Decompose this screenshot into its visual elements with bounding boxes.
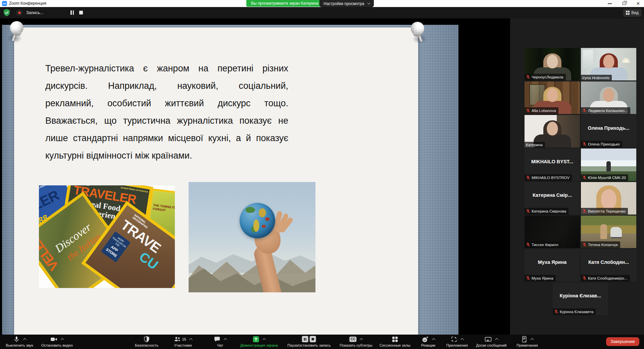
view-settings-button[interactable]: Настройки просмотра xyxy=(319,0,374,7)
chevron-up-icon[interactable] xyxy=(531,338,534,342)
stop-recording-button[interactable] xyxy=(79,11,83,14)
participant-name-label: Iryna Hrabovets xyxy=(581,75,612,80)
slide-text-line: Вважається, що туристична журналістика п… xyxy=(45,112,288,129)
participants-icon: 15 xyxy=(174,335,192,343)
presentation-slide: Тревел-журналістика є жанром на перетині… xyxy=(14,27,418,335)
participant-tile[interactable]: Тетяна Копанчук xyxy=(581,216,636,248)
participant-tile[interactable]: Курінна Єлизав...Курінна Єлизавета xyxy=(553,283,608,315)
shield-icon xyxy=(143,335,150,343)
restore-icon[interactable] xyxy=(623,2,626,5)
participant-tile[interactable]: Iryna Hrabovets xyxy=(581,48,636,80)
participant-display-name: Олена Приходь... xyxy=(581,125,636,131)
chevron-up-icon[interactable] xyxy=(23,338,27,342)
participant-name-text: Тиссен Кирилл xyxy=(532,243,558,247)
magazines-image: 48 Hours in Cape Town ELER 288 NATIONAL … xyxy=(39,185,175,288)
end-meeting-button[interactable]: Завершение xyxy=(606,337,639,346)
apps-button[interactable]: Приложения xyxy=(446,335,468,347)
participant-tile[interactable]: Катя Слободян...Катя Слободяник(ко... xyxy=(581,249,636,282)
zoom-window: zm Zoom Конференция Вы просматриваете эк… xyxy=(0,0,644,349)
window-title: Zoom Конференция xyxy=(9,1,46,6)
toolbar-item-label: Участники xyxy=(174,343,192,347)
notes-button[interactable]: Примечания xyxy=(516,335,538,347)
reactions-icon xyxy=(422,335,435,343)
participant-display-name: Катя Слободян... xyxy=(581,259,636,265)
participant-name-text: Виолетта Терещенко xyxy=(588,209,626,213)
pushpin-left-icon xyxy=(7,23,26,45)
notes-icon xyxy=(521,335,533,343)
participant-tile[interactable]: Юлія Муштій СМК-20 xyxy=(581,149,636,181)
participant-tile[interactable]: Олена Приходь...Олена Приходько xyxy=(581,115,636,148)
pause-recording-button[interactable] xyxy=(70,10,75,15)
toolbar-item-label: Чат xyxy=(217,343,223,347)
participant-tile[interactable]: Катерина xyxy=(525,115,580,148)
pause-stop-button[interactable]: Пауза/остановить запись xyxy=(288,335,331,347)
chevron-up-icon[interactable] xyxy=(224,338,227,342)
pushpin-right-icon xyxy=(408,24,427,46)
view-button[interactable]: Вид xyxy=(623,9,641,17)
toolbar-item-label: Демонстрация экрана xyxy=(240,343,278,347)
chevron-up-icon[interactable] xyxy=(461,338,464,342)
breakout-rooms-button[interactable]: Сессионные залы xyxy=(380,335,410,347)
chat-button[interactable]: Чат xyxy=(214,335,227,347)
pause-stop-icon xyxy=(302,335,316,343)
whiteboard-button[interactable]: Доски сообщений xyxy=(476,335,507,347)
participant-name-text: Alla Lobanova xyxy=(532,109,556,113)
share-screen-button[interactable]: Демонстрация экрана xyxy=(240,335,278,347)
chevron-up-icon[interactable] xyxy=(495,338,499,342)
shield-button[interactable]: Безопасность xyxy=(135,335,158,347)
participant-tile[interactable]: ЧерноусЛюдмила xyxy=(525,48,580,80)
view-button-label: Вид xyxy=(631,10,639,15)
participant-tile[interactable]: Людмила Калашніко... xyxy=(581,81,636,114)
minimize-icon[interactable] xyxy=(608,3,612,4)
participants-count-badge: 15 xyxy=(182,337,186,341)
participants-button[interactable]: 15Участники xyxy=(174,335,192,347)
chevron-up-icon[interactable] xyxy=(360,338,363,342)
close-icon[interactable]: ✕ xyxy=(636,1,640,6)
chevron-up-icon[interactable] xyxy=(432,338,435,342)
reactions-button[interactable]: Реакции xyxy=(421,335,436,347)
microphone-button[interactable]: Выключить звук xyxy=(6,335,33,347)
microphone-muted-icon xyxy=(582,276,587,281)
slide-text-line: дискурсів. Наприклад, науковий, соціальн… xyxy=(45,77,288,95)
camera-button[interactable]: Остановить видео xyxy=(41,335,73,347)
chevron-up-icon[interactable] xyxy=(189,338,193,342)
participant-name-label: Катя Слободяник(ко... xyxy=(581,275,630,282)
participant-name-label: MIKHAILO BYSTROV xyxy=(525,174,572,181)
toolbar-item-label: Приложения xyxy=(446,343,468,347)
participant-name-text: Людмила Калашніко... xyxy=(588,109,628,113)
participant-tile[interactable]: Тиссен Кирилл xyxy=(525,216,580,248)
toolbar-item-label: Остановить видео xyxy=(41,343,73,347)
participant-name-label: Катерина xyxy=(525,142,545,148)
participant-name-text: Олена Приходько xyxy=(588,142,620,146)
zoom-logo-icon: zm xyxy=(2,1,7,6)
chevron-down-icon xyxy=(367,2,370,4)
chevron-up-icon[interactable] xyxy=(263,338,266,342)
breakout-rooms-icon xyxy=(392,335,398,343)
chevron-up-icon[interactable] xyxy=(61,338,64,342)
closed-captions-icon: CC xyxy=(349,335,362,343)
meeting-controls-toolbar: Завершение Выключить звукОстановить виде… xyxy=(0,335,644,349)
participant-tile[interactable]: Катерина Смір...Катерина Смірнова xyxy=(525,182,580,215)
participant-tile[interactable]: MIKHAILO BYST...MIKHAILO BYSTROV xyxy=(525,149,580,181)
closed-captions-button[interactable]: CCПоказать субтитры xyxy=(340,335,373,347)
participant-name-label: ЧерноусЛюдмила xyxy=(525,74,566,80)
figure-part xyxy=(547,88,558,102)
shared-screen-area: Тревел-журналістика є жанром на перетині… xyxy=(0,18,510,335)
figure-part xyxy=(547,55,558,68)
participant-tile[interactable]: Муха ЯринаМуха Ярина xyxy=(525,249,580,282)
participants-panel: ЧерноусЛюдмилаIryna HrabovetsAlla Lobano… xyxy=(510,18,644,335)
whiteboard-icon xyxy=(485,335,498,343)
participant-tile[interactable]: Alla Lobanova xyxy=(525,81,580,114)
participant-name-text: MIKHAILO BYSTROV xyxy=(532,176,569,180)
microphone-muted-icon xyxy=(582,209,587,214)
microphone-muted-icon xyxy=(554,309,558,314)
participant-name-text: Тетяна Копанчук xyxy=(588,243,618,247)
participant-tile[interactable]: Виолетта Терещенко xyxy=(581,182,636,215)
security-shield-icon[interactable] xyxy=(3,9,10,18)
microphone-muted-icon xyxy=(526,209,530,214)
participant-name-label: Тиссен Кирилл xyxy=(525,241,561,248)
apps-icon xyxy=(451,335,463,343)
window-controls: ✕ xyxy=(608,0,640,7)
participant-name-label: Муха Ярина xyxy=(525,275,556,282)
gallery-view-icon xyxy=(626,11,630,15)
